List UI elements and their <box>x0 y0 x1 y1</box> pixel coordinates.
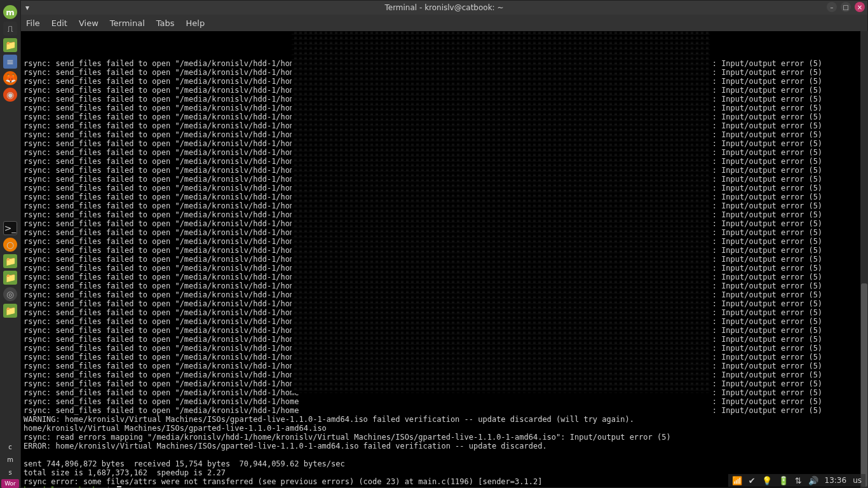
window-minimize-button[interactable]: – <box>827 2 837 12</box>
window-close-button[interactable]: × <box>855 2 865 12</box>
window-maximize-button[interactable]: □ <box>841 2 851 12</box>
titlebar[interactable]: ▾ Terminal - kronislv@catbook: ~ – □ × <box>21 1 867 15</box>
taskbar-panel[interactable]: m⎍📁≡🦊◉>_○📁📁◎📁 cms Wor <box>0 0 20 488</box>
window-menu-icon[interactable]: ▾ <box>21 3 34 12</box>
menubar[interactable]: FileEditViewTerminalTabsHelp <box>21 15 867 31</box>
terminal-line: WARNING: home/kronislv/Virtual Machines/… <box>24 415 865 424</box>
workspace-switcher[interactable]: Wor <box>1 479 19 488</box>
files-folder-1-icon[interactable]: 📁 <box>3 254 17 268</box>
wifi-icon[interactable]: 📶 <box>732 476 742 485</box>
menu-file[interactable]: File <box>26 18 40 28</box>
menu-tabs[interactable]: Tabs <box>156 18 175 28</box>
terminal-cursor[interactable] <box>117 486 121 487</box>
terminal-scrollbar[interactable] <box>860 31 868 488</box>
bulb-icon[interactable]: 💡 <box>762 476 772 485</box>
menu-help[interactable]: Help <box>186 18 205 28</box>
panel-indicator-m[interactable]: m <box>7 454 13 466</box>
terminal-line: rsync: read errors mapping "/media/kroni… <box>24 433 865 442</box>
system-monitor-icon[interactable]: ⎍ <box>3 22 17 36</box>
terminal-line: ERROR: home/kronislv/Virtual Machines/IS… <box>24 442 865 451</box>
shield-icon[interactable]: ✔ <box>749 476 756 485</box>
battery-icon[interactable]: 🔋 <box>778 476 789 485</box>
volume-icon[interactable]: 🔊 <box>808 476 818 485</box>
panel-indicator-c[interactable]: c <box>7 441 13 454</box>
libreoffice-writer-icon[interactable]: ≡ <box>3 55 17 69</box>
system-tray[interactable]: 📶✔💡🔋⇅🔊13:36us <box>728 474 865 487</box>
network-icon[interactable]: ⇅ <box>795 476 802 485</box>
menu-view[interactable]: View <box>79 18 98 28</box>
rsync-error-line: rsync: send_files failed to open "/media… <box>24 397 865 406</box>
files-folder-3-icon[interactable]: 📁 <box>3 304 17 318</box>
panel-indicator-s[interactable]: s <box>7 466 13 479</box>
disks-icon[interactable]: ◎ <box>3 287 17 301</box>
rsync-error-line: rsync: send_files failed to open "/media… <box>24 406 865 415</box>
menu-edit[interactable]: Edit <box>51 18 67 28</box>
menu-terminal[interactable]: Terminal <box>110 18 145 28</box>
scrollbar-thumb[interactable] <box>861 283 867 487</box>
start-menu-icon[interactable]: m <box>3 5 17 19</box>
terminal-window: ▾ Terminal - kronislv@catbook: ~ – □ × F… <box>20 0 868 488</box>
terminal-line: home/kronislv/Virtual Machines/ISOs/gpar… <box>24 424 865 433</box>
clock[interactable]: 13:36 <box>825 476 847 485</box>
terminal-line: sent 744,896,872 bytes received 15,754 b… <box>24 459 865 468</box>
terminal-output[interactable]: rsync: send_files failed to open "/media… <box>21 31 867 487</box>
censored-region <box>292 31 710 393</box>
terminal-line <box>24 451 865 459</box>
software-center-icon[interactable]: ○ <box>3 238 17 252</box>
keyboard-layout-indicator[interactable]: us <box>853 476 862 485</box>
files-folder-2-icon[interactable]: 📁 <box>3 271 17 285</box>
ubuntu-software-icon[interactable]: ◉ <box>3 88 17 102</box>
terminal-taskbar-icon[interactable]: >_ <box>3 221 17 235</box>
window-title: Terminal - kronislv@catbook: ~ <box>21 3 867 12</box>
firefox-icon[interactable]: 🦊 <box>3 71 17 85</box>
files-home-icon[interactable]: 📁 <box>3 38 17 52</box>
